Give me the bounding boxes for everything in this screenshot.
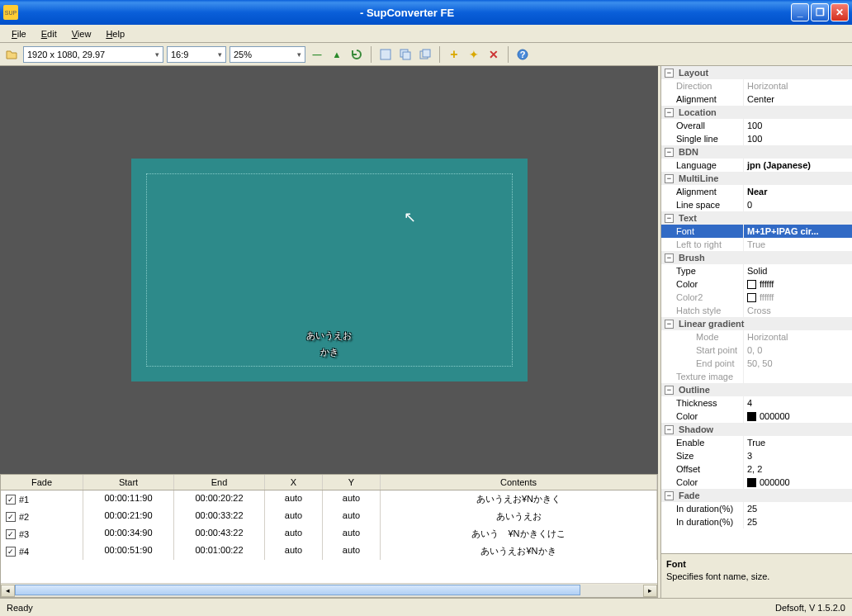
collapse-icon[interactable]: −: [665, 148, 674, 157]
collapse-icon[interactable]: −: [665, 214, 674, 223]
prop-category[interactable]: −Text: [661, 211, 852, 225]
prop-category[interactable]: −Layout: [661, 66, 852, 79]
scroll-right-icon[interactable]: ▸: [643, 585, 657, 597]
prop-category[interactable]: −Shadow: [661, 423, 852, 436]
open-button[interactable]: [3, 46, 20, 63]
menubar: File Edit View Help: [0, 25, 852, 43]
prop-row[interactable]: Size3: [661, 449, 852, 462]
prop-row[interactable]: Overall100: [661, 119, 852, 132]
col-contents[interactable]: Contents: [381, 475, 657, 490]
horizontal-scrollbar[interactable]: ◂ ▸: [1, 583, 657, 597]
prop-key: Color: [661, 476, 744, 489]
prop-value: 0, 0: [744, 344, 852, 357]
resolution-combo[interactable]: 1920 x 1080, 29.97▾: [23, 46, 163, 63]
table-row[interactable]: ✓#100:00:11:9000:00:20:22autoautoあいうえお¥N…: [1, 490, 657, 508]
prop-key: Thickness: [661, 396, 744, 410]
menu-view[interactable]: View: [67, 27, 97, 40]
tool-refresh-button[interactable]: [348, 46, 365, 63]
prop-row[interactable]: Color2 ffffff: [661, 291, 852, 304]
prop-category[interactable]: −Location: [661, 106, 852, 119]
prop-row[interactable]: Texture image: [661, 370, 852, 383]
table-row[interactable]: ✓#200:00:21:9000:00:33:22autoautoあいうえお: [1, 508, 657, 525]
col-fade[interactable]: Fade: [1, 475, 83, 490]
prop-category[interactable]: −Fade: [661, 489, 852, 502]
prop-row[interactable]: ModeHorizontal: [661, 330, 852, 344]
scroll-left-icon[interactable]: ◂: [1, 585, 15, 597]
checkbox-icon[interactable]: ✓: [6, 495, 16, 505]
collapse-icon[interactable]: −: [665, 386, 674, 395]
prop-row[interactable]: Offset2, 2: [661, 462, 852, 476]
col-end[interactable]: End: [174, 475, 265, 490]
prop-value: 000000: [744, 476, 852, 489]
checkbox-icon[interactable]: ✓: [6, 529, 16, 539]
tool-c-button[interactable]: [417, 46, 433, 63]
prop-row[interactable]: Thickness4: [661, 396, 852, 410]
close-button[interactable]: ✕: [831, 3, 849, 21]
prop-key: Single line: [661, 132, 744, 145]
prop-row[interactable]: EnableTrue: [661, 436, 852, 449]
prop-row[interactable]: AlignmentNear: [661, 185, 852, 198]
collapse-icon[interactable]: −: [665, 108, 674, 117]
prop-row[interactable]: In duration(%)25: [661, 515, 852, 528]
tool-b-button[interactable]: [397, 46, 414, 63]
tool-up-button[interactable]: ▲: [329, 46, 345, 63]
collapse-icon[interactable]: −: [665, 254, 674, 263]
prop-row[interactable]: Single line100: [661, 132, 852, 145]
prop-key: In duration(%): [661, 515, 744, 528]
prop-row[interactable]: Line space0: [661, 198, 852, 211]
preview-canvas[interactable]: あいうえお かき ↖: [131, 159, 528, 381]
prop-key: Size: [661, 449, 744, 462]
checkbox-icon[interactable]: ✓: [6, 547, 16, 557]
prop-row[interactable]: Start point0, 0: [661, 344, 852, 357]
checkbox-icon[interactable]: ✓: [6, 512, 16, 522]
prop-row[interactable]: Color 000000: [661, 476, 852, 489]
prop-row[interactable]: Languagejpn (Japanese): [661, 159, 852, 172]
menu-file[interactable]: File: [7, 27, 31, 40]
tool-minus-button[interactable]: —: [309, 46, 325, 63]
prop-row[interactable]: Left to rightTrue: [661, 238, 852, 251]
prop-row[interactable]: Color 000000: [661, 410, 852, 423]
prop-category[interactable]: −Brush: [661, 251, 852, 264]
prop-row[interactable]: Hatch styleCross: [661, 304, 852, 317]
property-description: Font Specifies font name, size.: [661, 553, 852, 598]
menu-help[interactable]: Help: [101, 27, 130, 40]
collapse-icon[interactable]: −: [665, 174, 674, 183]
prop-key: Color: [661, 277, 744, 291]
scroll-thumb[interactable]: [15, 585, 580, 595]
help-button[interactable]: ?: [514, 46, 531, 63]
collapse-icon[interactable]: −: [665, 425, 674, 434]
prop-category[interactable]: −Linear gradient: [661, 317, 852, 330]
collapse-icon[interactable]: −: [665, 69, 674, 78]
prop-category[interactable]: −BDN: [661, 145, 852, 159]
prop-row[interactable]: TypeSolid: [661, 264, 852, 277]
property-grid[interactable]: −LayoutDirectionHorizontalAlignmentCente…: [661, 66, 852, 553]
add-sparkle-button[interactable]: ✦: [466, 46, 482, 63]
tool-a-button[interactable]: [377, 46, 394, 63]
zoom-value: 25%: [234, 50, 252, 59]
delete-button[interactable]: ✕: [485, 46, 502, 63]
zoom-combo[interactable]: 25%▾: [230, 46, 305, 63]
prop-row[interactable]: In duration(%)25: [661, 502, 852, 515]
color-swatch: [747, 412, 756, 421]
collapse-icon[interactable]: −: [665, 491, 674, 500]
col-start[interactable]: Start: [83, 475, 174, 490]
collapse-icon[interactable]: −: [665, 320, 674, 329]
prop-row[interactable]: End point50, 50: [661, 357, 852, 370]
cell-y: auto: [323, 543, 381, 560]
prop-category[interactable]: −MultiLine: [661, 172, 852, 185]
menu-edit[interactable]: Edit: [36, 27, 62, 40]
prop-row[interactable]: Color ffffff: [661, 277, 852, 291]
prop-row[interactable]: FontM+1P+IPAG cir...: [661, 225, 852, 238]
prop-row[interactable]: DirectionHorizontal: [661, 79, 852, 92]
col-x[interactable]: X: [265, 475, 323, 490]
cell-x: auto: [265, 543, 323, 560]
prop-row[interactable]: AlignmentCenter: [661, 92, 852, 106]
prop-category[interactable]: −Outline: [661, 383, 852, 396]
add-button[interactable]: +: [446, 46, 462, 63]
minimize-button[interactable]: _: [791, 3, 809, 21]
col-y[interactable]: Y: [323, 475, 381, 490]
table-row[interactable]: ✓#400:00:51:9000:01:00:22autoautoあいうえお¥N…: [1, 543, 657, 560]
aspect-combo[interactable]: 16:9▾: [167, 46, 226, 63]
maximize-button[interactable]: ❐: [811, 3, 829, 21]
table-row[interactable]: ✓#300:00:34:9000:00:43:22autoautoあいう ¥Nか…: [1, 525, 657, 543]
